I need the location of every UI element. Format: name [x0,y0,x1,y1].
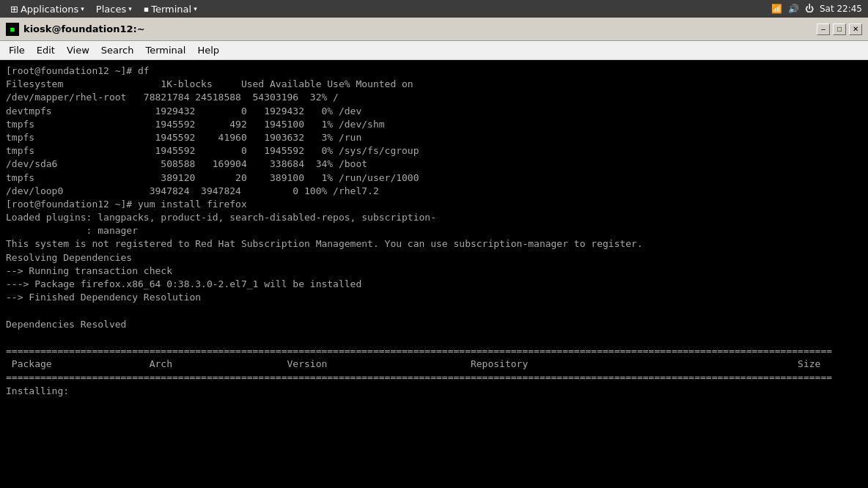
places-arrow-icon: ▾ [128,5,132,12]
window-title: kiosk@foundation12:~ [23,23,145,34]
terminal-line-4: devtmpfs 1929432 0 1929432 0% /dev [6,106,361,117]
terminal-line-5: tmpfs 1945592 492 1945100 1% /dev/shm [6,119,385,130]
title-bar-left: ■ kiosk@foundation12:~ [6,23,145,36]
terminal-line-10: /dev/loop0 3947824 3947824 0 100% /rhel7… [6,185,379,196]
terminal-line-12: Loaded plugins: langpacks, product-id, s… [6,212,436,223]
terminal-line-8: /dev/sda6 508588 169904 338684 34% /boot [6,158,367,169]
terminal-line-23: Package Arch Version Repository Size [6,358,820,369]
close-button[interactable]: ✕ [849,23,862,35]
title-bar-controls: – □ ✕ [817,23,862,35]
terminal-line-16: --> Running transaction check [6,265,172,276]
terminal-line-11: [root@foundation12 ~]# yum install firef… [6,199,247,210]
apps-arrow-icon: ▾ [81,5,84,12]
terminal-line-7: tmpfs 1945592 0 1945592 0% /sys/fs/cgrou… [6,145,419,156]
terminal-menu-icon: ▪ [144,4,149,14]
minimize-button[interactable]: – [817,23,830,35]
wifi-icon: 📶 [771,4,782,14]
terminal-line-22: ========================================… [6,345,832,356]
terminal-window-icon: ■ [6,23,19,36]
menu-file[interactable]: File [3,42,31,58]
terminal-line-13: : manager [6,225,138,236]
terminal-line-1: [root@foundation12 ~]# df [6,65,150,76]
menu-terminal[interactable]: Terminal [139,42,191,58]
terminal-line-14: This system is not registered to Red Hat… [6,238,643,249]
applications-menu[interactable]: ⊞ Applications ▾ [6,2,89,16]
menu-help[interactable]: Help [191,42,225,58]
menu-view[interactable]: View [61,42,95,58]
system-bar-left: ⊞ Applications ▾ Places ▾ ▪ Terminal ▾ [6,2,202,16]
power-icon: ⏻ [805,4,814,14]
menu-bar: File Edit View Search Terminal Help [0,41,868,60]
system-bar-right: 📶 🔊 ⏻ Sat 22:45 [771,4,862,14]
terminal-line-24: ========================================… [6,371,832,382]
terminal-arrow-icon: ▾ [194,5,197,12]
menu-edit[interactable]: Edit [31,42,61,58]
applications-label: Applications [21,4,78,15]
terminal-content[interactable]: [root@foundation12 ~]# df Filesystem 1K-… [0,60,868,488]
terminal-line-2: Filesystem 1K-blocks Used Available Use%… [6,78,413,89]
datetime: Sat 22:45 [820,4,862,14]
terminal-line-25: Installing: [6,385,69,396]
terminal-line-6: tmpfs 1945592 41960 1903632 3% /run [6,132,361,143]
terminal-line-3: /dev/mapper/rhel-root 78821784 24518588 … [6,92,339,103]
system-bar: ⊞ Applications ▾ Places ▾ ▪ Terminal ▾ 📶… [0,0,868,18]
terminal-menu-label: Terminal [151,4,191,15]
maximize-button[interactable]: □ [833,23,846,35]
title-bar: ■ kiosk@foundation12:~ – □ ✕ [0,18,868,41]
places-menu[interactable]: Places ▾ [92,2,136,16]
menu-search[interactable]: Search [95,42,140,58]
terminal-line-20: Dependencies Resolved [6,319,126,330]
terminal-line-18: --> Finished Dependency Resolution [6,292,201,303]
terminal-line-9: tmpfs 389120 20 389100 1% /run/user/1000 [6,172,419,183]
places-label: Places [96,4,126,15]
volume-icon: 🔊 [788,4,799,14]
terminal-line-15: Resolving Dependencies [6,252,132,263]
terminal-menu[interactable]: ▪ Terminal ▾ [139,2,202,16]
terminal-line-17: ---> Package firefox.x86_64 0:38.3.0-2.e… [6,278,361,289]
terminal-window: ■ kiosk@foundation12:~ – □ ✕ File Edit V… [0,18,868,488]
apps-icon: ⊞ [10,4,18,15]
